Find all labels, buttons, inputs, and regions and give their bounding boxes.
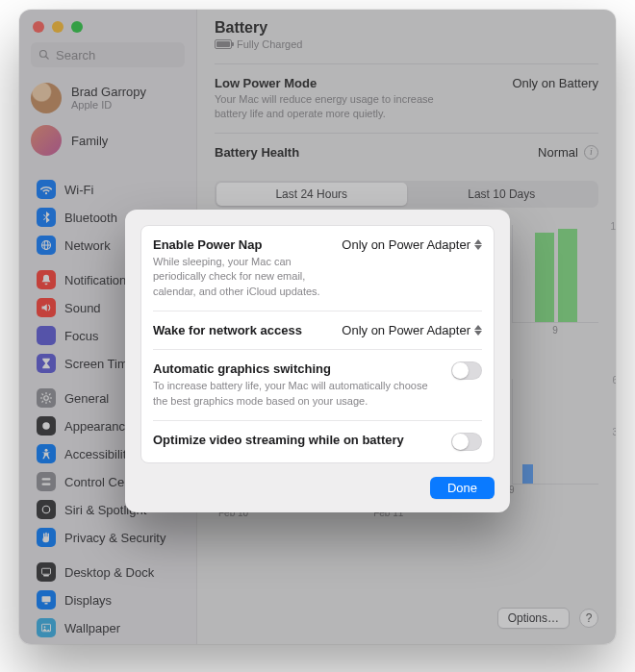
- options-sheet: Enable Power Nap While sleeping, your Ma…: [125, 210, 510, 512]
- modal-scrim: Enable Power Nap While sleeping, your Ma…: [19, 10, 616, 644]
- wake-picker[interactable]: Only on Power Adapter: [342, 323, 482, 337]
- powernap-picker[interactable]: Only on Power Adapter: [342, 237, 482, 252]
- chevron-updown-icon: [474, 325, 482, 336]
- row-graphics-switching: Automatic graphics switching To increase…: [153, 349, 482, 420]
- stream-title: Optimize video streaming while on batter…: [153, 433, 442, 447]
- wake-title: Wake for network access: [153, 323, 332, 337]
- gfx-title: Automatic graphics switching: [153, 361, 442, 376]
- gfx-desc: To increase battery life, your Mac will …: [153, 379, 442, 409]
- settings-window: Search Brad Garropy Apple ID Family Wi-F…: [19, 10, 616, 644]
- powernap-title: Enable Power Nap: [153, 237, 332, 252]
- row-wake-network: Wake for network access Only on Power Ad…: [153, 311, 482, 349]
- gfx-toggle[interactable]: [451, 361, 482, 380]
- powernap-desc: While sleeping, your Mac can periodicall…: [153, 255, 332, 299]
- row-optimize-streaming: Optimize video streaming while on batter…: [153, 420, 482, 462]
- stream-toggle[interactable]: [451, 433, 482, 451]
- done-button[interactable]: Done: [430, 477, 495, 499]
- row-power-nap: Enable Power Nap While sleeping, your Ma…: [153, 226, 482, 311]
- chevron-updown-icon: [474, 239, 482, 250]
